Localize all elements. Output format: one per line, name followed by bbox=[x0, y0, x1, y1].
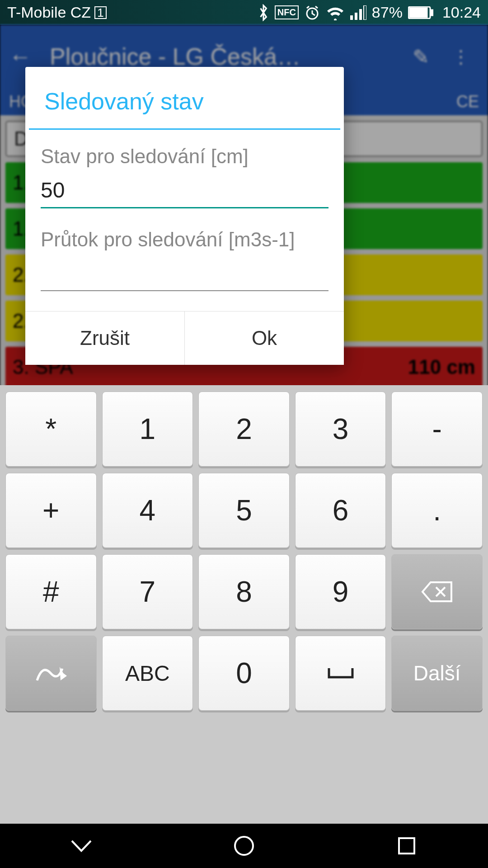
dialog-title: Sledovaný stav bbox=[29, 67, 340, 130]
key-7[interactable]: 7 bbox=[102, 554, 193, 629]
nav-home-icon[interactable] bbox=[217, 832, 271, 859]
navigation-bar bbox=[0, 824, 488, 868]
status-bar: T-Mobile CZ 1 NFC 87% 10:24 bbox=[0, 0, 488, 25]
key-plus[interactable]: + bbox=[5, 473, 97, 548]
key-8[interactable]: 8 bbox=[198, 554, 290, 629]
nav-recent-icon[interactable] bbox=[380, 832, 434, 859]
key-9[interactable]: 9 bbox=[295, 554, 386, 629]
numeric-keyboard: * 1 2 3 - + 4 5 6 . # 7 8 9 ABC 0 bbox=[0, 385, 488, 824]
key-star[interactable]: * bbox=[5, 392, 97, 467]
nfc-icon: NFC bbox=[275, 5, 299, 19]
svg-rect-7 bbox=[410, 8, 427, 17]
svg-rect-1 bbox=[350, 15, 353, 20]
ok-button[interactable]: Ok bbox=[184, 311, 344, 365]
battery-percent: 87% bbox=[372, 4, 403, 21]
key-6[interactable]: 6 bbox=[295, 473, 386, 548]
svg-rect-4 bbox=[364, 5, 366, 20]
key-3[interactable]: 3 bbox=[295, 392, 386, 467]
svg-rect-9 bbox=[399, 838, 414, 854]
key-space[interactable] bbox=[295, 636, 386, 711]
status-left: T-Mobile CZ 1 bbox=[7, 4, 258, 21]
flow-input[interactable] bbox=[41, 254, 328, 291]
key-backspace[interactable] bbox=[391, 554, 483, 629]
svg-point-8 bbox=[235, 837, 253, 855]
key-0[interactable]: 0 bbox=[198, 636, 290, 711]
status-right: NFC 87% 10:24 bbox=[258, 4, 481, 21]
key-1[interactable]: 1 bbox=[102, 392, 193, 467]
cancel-button[interactable]: Zrušit bbox=[25, 311, 184, 365]
carrier-label: T-Mobile CZ bbox=[7, 4, 91, 21]
level-input[interactable] bbox=[41, 170, 328, 208]
svg-rect-2 bbox=[355, 13, 357, 20]
clock-label: 10:24 bbox=[442, 4, 481, 21]
key-hash[interactable]: # bbox=[5, 554, 97, 629]
signal-icon bbox=[350, 5, 366, 20]
key-2[interactable]: 2 bbox=[198, 392, 290, 467]
flow-label: Průtok pro sledování [m3s-1] bbox=[41, 222, 328, 254]
key-swype[interactable] bbox=[5, 636, 97, 711]
key-next[interactable]: Další bbox=[391, 636, 483, 711]
key-minus[interactable]: - bbox=[391, 392, 483, 467]
bluetooth-icon bbox=[258, 4, 269, 21]
key-abc[interactable]: ABC bbox=[102, 636, 193, 711]
svg-rect-3 bbox=[359, 9, 362, 20]
nav-back-icon[interactable] bbox=[54, 832, 108, 859]
wifi-icon bbox=[326, 5, 345, 20]
key-4[interactable]: 4 bbox=[102, 473, 193, 548]
svg-rect-6 bbox=[431, 10, 433, 15]
battery-icon bbox=[408, 6, 433, 19]
key-5[interactable]: 5 bbox=[198, 473, 290, 548]
dialog-watched-state: Sledovaný stav Stav pro sledování [cm] P… bbox=[25, 67, 344, 365]
sim-icon: 1 bbox=[94, 6, 106, 19]
alarm-icon bbox=[304, 5, 320, 21]
dialog-buttons: Zrušit Ok bbox=[25, 311, 344, 365]
key-dot[interactable]: . bbox=[391, 473, 483, 548]
level-label: Stav pro sledování [cm] bbox=[41, 139, 328, 170]
